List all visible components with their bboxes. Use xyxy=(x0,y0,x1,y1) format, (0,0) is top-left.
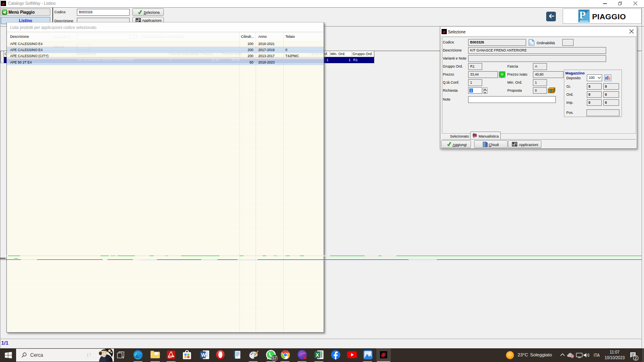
svg-text:PIAGGIO: PIAGGIO xyxy=(580,20,589,23)
svg-text:W: W xyxy=(201,352,206,358)
svg-text:2: 2 xyxy=(635,356,637,360)
svg-text:X: X xyxy=(316,352,319,358)
svg-text:?: ? xyxy=(474,134,476,137)
svg-text:57: 57 xyxy=(272,356,277,360)
svg-text:P: P xyxy=(579,10,586,21)
